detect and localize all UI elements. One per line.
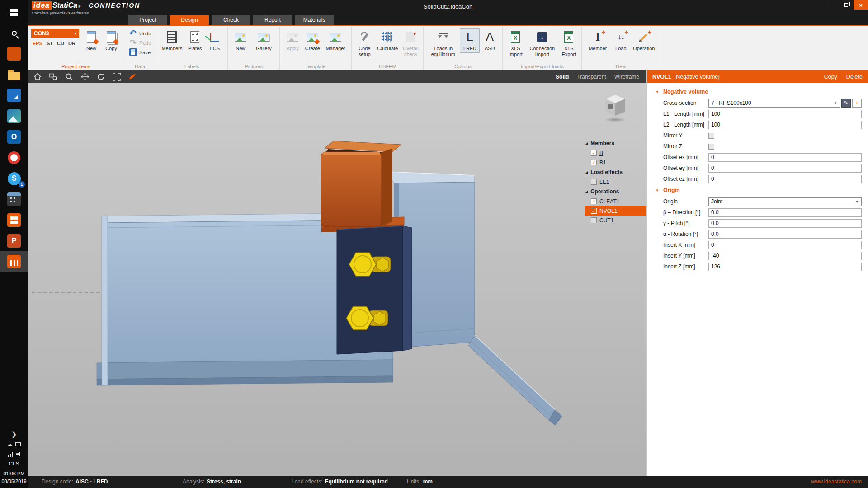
hidden-icons-chevron[interactable]: ❯ bbox=[11, 431, 17, 437]
expander-icon[interactable]: ◢ bbox=[585, 170, 588, 174]
new-load-button[interactable]: Load bbox=[611, 29, 630, 52]
checkbox-cleat1[interactable] bbox=[591, 198, 597, 204]
offset-ey-input[interactable] bbox=[708, 164, 862, 173]
section-title-origin[interactable]: ▼ Origin bbox=[656, 184, 862, 196]
taskbar-search-button[interactable] bbox=[0, 23, 28, 43]
rotate-view-button[interactable] bbox=[96, 72, 106, 82]
taskbar-app-photos[interactable] bbox=[0, 106, 28, 127]
taskbar-app-opera[interactable] bbox=[0, 147, 28, 168]
expander-icon[interactable]: ◢ bbox=[585, 141, 588, 145]
mode-solid[interactable]: Solid bbox=[556, 74, 569, 80]
view-cube[interactable] bbox=[604, 95, 627, 122]
pan-button[interactable] bbox=[80, 72, 90, 82]
section-title-negative-volume[interactable]: ▼ Negative volume bbox=[656, 86, 862, 98]
calculate-button[interactable]: Calculate bbox=[375, 29, 400, 52]
connection-import-button[interactable]: Connection Import bbox=[526, 29, 558, 58]
tab-report[interactable]: Report bbox=[253, 15, 292, 25]
paint-results-button[interactable] bbox=[127, 72, 137, 82]
display-icon[interactable] bbox=[15, 442, 21, 446]
project-item-combo[interactable]: CON3 ▾ bbox=[31, 29, 79, 38]
checkbox-b[interactable] bbox=[591, 150, 597, 156]
tree-item-label[interactable]: B1 bbox=[599, 160, 606, 166]
new-project-item-button[interactable]: New bbox=[82, 29, 101, 52]
tree-item-label[interactable]: CLEAT1 bbox=[599, 198, 619, 205]
taskbar-app-skype[interactable]: S1 bbox=[0, 168, 28, 189]
template-create-button[interactable]: Create bbox=[303, 29, 322, 52]
labels-lcs-button[interactable]: LCS bbox=[205, 29, 224, 52]
template-manager-button[interactable]: Manager bbox=[323, 29, 348, 52]
asd-button[interactable]: A ASD bbox=[480, 29, 499, 52]
tree-item-label[interactable]: B bbox=[599, 150, 603, 156]
copy-operation-button[interactable]: Copy bbox=[824, 74, 837, 80]
maximize-button[interactable] bbox=[839, 0, 854, 10]
zoom-window-button[interactable] bbox=[48, 72, 58, 82]
labels-members-button[interactable]: Members bbox=[159, 29, 184, 52]
copy-project-item-button[interactable]: Copy bbox=[102, 29, 121, 52]
new-operation-button[interactable]: Operation bbox=[631, 29, 656, 52]
tab-project[interactable]: Project bbox=[128, 15, 167, 25]
close-button[interactable]: × bbox=[854, 0, 868, 10]
zoom-button[interactable] bbox=[64, 72, 74, 82]
tree-item-label[interactable]: LE1 bbox=[599, 179, 609, 185]
mirror-y-checkbox[interactable] bbox=[708, 133, 714, 139]
taskbar-app-idea-connection[interactable] bbox=[0, 43, 28, 64]
keyboard-language-indicator[interactable]: CES bbox=[9, 461, 19, 466]
xls-import-button[interactable]: XLS Import bbox=[506, 29, 525, 58]
volume-icon[interactable] bbox=[16, 452, 20, 456]
tree-item-cleat1[interactable]: CLEAT1 bbox=[585, 197, 646, 206]
website-link[interactable]: www.ideastatica.com bbox=[811, 479, 862, 485]
tab-check[interactable]: Check bbox=[212, 15, 250, 25]
l2-length-input[interactable] bbox=[708, 121, 862, 129]
taskbar-app-powerpoint[interactable]: P bbox=[0, 230, 28, 251]
save-button[interactable]: Save bbox=[127, 48, 152, 56]
picture-new-button[interactable]: New bbox=[231, 29, 250, 52]
taskbar-app-idea-statica-active[interactable] bbox=[0, 251, 28, 272]
start-button[interactable] bbox=[0, 2, 28, 23]
lrfd-button[interactable]: L LRFD bbox=[460, 29, 479, 52]
mode-st-button[interactable]: ST bbox=[45, 40, 54, 47]
new-member-button[interactable]: Member bbox=[585, 29, 610, 52]
add-cross-section-button[interactable]: + bbox=[852, 99, 862, 108]
checkbox-nvol1[interactable] bbox=[591, 208, 597, 214]
mode-dr-button[interactable]: DR bbox=[67, 40, 77, 47]
checkbox-cut1[interactable] bbox=[591, 217, 597, 223]
origin-select[interactable]: Joint ▼ bbox=[708, 197, 862, 206]
member-b1[interactable] bbox=[387, 172, 562, 425]
taskbar-app-store[interactable] bbox=[0, 85, 28, 106]
insert-y-input[interactable] bbox=[708, 252, 862, 260]
checkbox-b1[interactable] bbox=[591, 160, 597, 165]
tree-item-cut1[interactable]: CUT1 bbox=[585, 216, 646, 225]
l1-length-input[interactable] bbox=[708, 110, 862, 118]
taskbar-clock[interactable]: 01:06 PM 08/05/2019 bbox=[1, 470, 26, 485]
gamma-pitch-input[interactable] bbox=[708, 219, 862, 228]
labels-plates-button[interactable]: Plates bbox=[185, 29, 204, 52]
undo-button[interactable]: Undo bbox=[127, 29, 152, 38]
taskbar-app-idea-tools[interactable] bbox=[0, 210, 28, 230]
taskbar-app-file-explorer[interactable] bbox=[0, 64, 28, 85]
minimize-button[interactable] bbox=[825, 0, 839, 10]
taskbar-app-outlook[interactable]: O bbox=[0, 127, 28, 147]
mirror-z-checkbox[interactable] bbox=[708, 144, 714, 150]
insert-x-input[interactable] bbox=[708, 241, 862, 249]
3d-scene[interactable]: ◢ Members B B1 ◢ Load bbox=[28, 83, 646, 476]
taskbar-app-calculator[interactable] bbox=[0, 189, 28, 210]
beta-direction-input[interactable] bbox=[708, 208, 862, 217]
tree-item-b1[interactable]: B1 bbox=[585, 158, 646, 167]
tab-design[interactable]: Design bbox=[170, 15, 209, 25]
tree-item-label[interactable]: NVOL1 bbox=[599, 208, 617, 214]
mode-transparent[interactable]: Transparent bbox=[577, 74, 606, 80]
cleat-plate-cleat1[interactable] bbox=[337, 226, 412, 354]
expander-icon[interactable]: ◢ bbox=[585, 190, 588, 194]
loads-in-equilibrium-button[interactable]: Loads in equilibrium bbox=[427, 29, 459, 58]
tree-item-le1[interactable]: LE1 bbox=[585, 177, 646, 187]
fit-view-button[interactable] bbox=[112, 72, 122, 82]
tree-item-label[interactable]: CUT1 bbox=[599, 217, 613, 224]
tree-item-nvol1[interactable]: NVOL1 bbox=[585, 206, 646, 216]
tree-item-b[interactable]: B bbox=[585, 148, 646, 158]
mode-eps-button[interactable]: EPS bbox=[31, 40, 44, 47]
negative-volume-nvol1[interactable] bbox=[321, 141, 404, 232]
xls-export-button[interactable]: XLS Export bbox=[559, 29, 578, 58]
picture-gallery-button[interactable]: Gallery bbox=[251, 29, 276, 52]
offset-ex-input[interactable] bbox=[708, 153, 862, 162]
home-view-button[interactable] bbox=[33, 72, 42, 82]
